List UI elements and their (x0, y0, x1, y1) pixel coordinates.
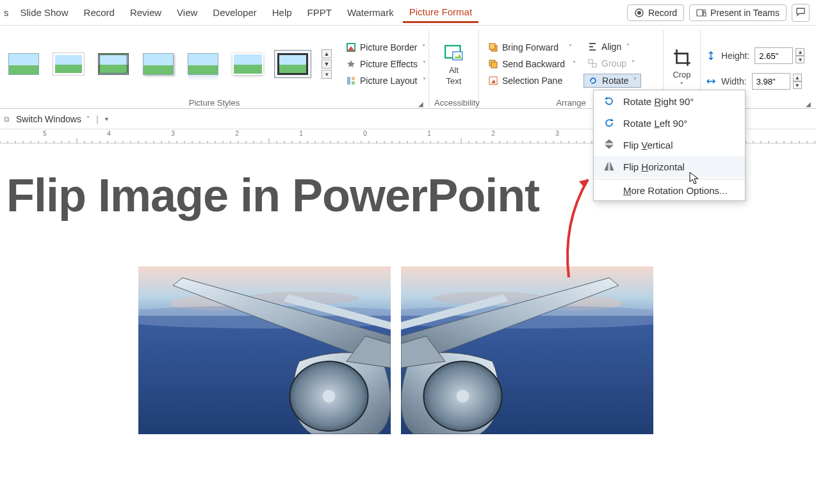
flip-horizontal[interactable]: Flip Horizontal (594, 156, 745, 177)
tab-developer[interactable]: Developer (206, 3, 263, 22)
height-icon (706, 51, 716, 61)
record-label: Record (648, 8, 677, 18)
svg-text:0: 0 (363, 130, 367, 137)
align-button[interactable]: Align˅ (583, 40, 641, 53)
tab-picture-format[interactable]: Picture Format (403, 3, 478, 23)
height-label: Height: (721, 51, 749, 61)
tab-slide-show[interactable]: Slide Show (14, 3, 75, 22)
picture-styles-gallery: ▲ ▼ ▾ (5, 49, 332, 79)
style-thumb-5[interactable] (184, 50, 222, 78)
rotate-icon (588, 76, 598, 86)
selection-pane-icon (488, 76, 498, 86)
present-label: Present in Teams (710, 8, 779, 18)
alt-text-button[interactable]: Alt Text (435, 42, 473, 86)
group-icon (587, 58, 598, 69)
bring-forward-button[interactable]: Bring Forward ˅ (484, 41, 580, 54)
svg-rect-15 (589, 60, 592, 63)
customize-qat[interactable]: ▾ (105, 115, 108, 122)
rotate-left-90[interactable]: Rotate Left 90° (594, 112, 745, 134)
height-input[interactable] (755, 47, 793, 64)
style-thumb-1[interactable] (5, 50, 42, 78)
gallery-scroll: ▲ ▼ ▾ (322, 49, 332, 79)
width-up[interactable]: ▲ (793, 74, 802, 81)
image-flipped[interactable] (401, 266, 653, 434)
selection-pane-button[interactable]: Selection Pane (484, 74, 580, 87)
crop-button[interactable]: Crop ˅ (669, 47, 695, 90)
present-in-teams-button[interactable]: Present in Teams (689, 4, 787, 21)
send-backward-icon (488, 59, 498, 69)
width-input[interactable] (752, 73, 790, 90)
gallery-more[interactable]: ▾ (322, 70, 332, 79)
svg-rect-9 (452, 51, 462, 60)
group-label-accessibility: Accessibility (434, 98, 473, 109)
picture-border-icon (346, 42, 356, 53)
rotate-button[interactable]: Rotate˅ (583, 74, 641, 88)
svg-text:3: 3 (171, 130, 175, 137)
svg-rect-13 (491, 62, 497, 68)
alt-text-line1: Alt (449, 65, 459, 75)
crop-icon (671, 47, 693, 69)
switch-windows-button[interactable]: Switch Windows˅ (16, 114, 90, 124)
rotate-dropdown: Rotate Right 90° Rotate Left 90° Flip Ve… (593, 90, 746, 201)
picture-effects-label: Picture Effects (360, 59, 418, 69)
tab-record[interactable]: Record (78, 3, 121, 22)
picture-layout-icon (346, 76, 356, 86)
tab-fppt[interactable]: FPPT (301, 3, 338, 22)
svg-point-141 (323, 390, 336, 403)
bring-forward-icon (488, 42, 498, 53)
record-icon (634, 8, 644, 18)
more-rotation-options[interactable]: More Rotation Options... (594, 181, 745, 200)
svg-text:4: 4 (107, 130, 111, 137)
align-icon (587, 42, 598, 52)
image-original[interactable] (138, 266, 391, 434)
svg-text:5: 5 (43, 130, 47, 137)
svg-text:2: 2 (491, 130, 495, 137)
picture-layout-button[interactable]: Picture Layout˅ (342, 74, 430, 87)
svg-text:3: 3 (555, 130, 559, 137)
record-button[interactable]: Record (627, 4, 684, 21)
svg-point-148 (457, 390, 469, 403)
rotate-right-90[interactable]: Rotate Right 90° (594, 90, 745, 112)
style-thumb-6[interactable] (229, 50, 266, 78)
tab-review[interactable]: Review (124, 3, 168, 22)
tab-truncated[interactable]: s (4, 3, 12, 22)
svg-rect-7 (352, 81, 355, 85)
svg-rect-6 (352, 77, 355, 80)
group-label-styles: Picture Styles ◢ (5, 98, 423, 109)
gallery-up[interactable]: ▲ (322, 49, 332, 58)
size-dialog-launcher[interactable]: ◢ (806, 101, 811, 108)
tab-help[interactable]: Help (266, 3, 298, 22)
svg-text:1: 1 (299, 130, 303, 137)
style-thumb-3[interactable] (95, 50, 132, 78)
style-thumb-4[interactable] (140, 50, 177, 78)
send-backward-button[interactable]: Send Backward ˅ (484, 58, 580, 70)
tab-view[interactable]: View (170, 3, 204, 22)
alt-text-line2: Text (446, 76, 462, 86)
svg-rect-5 (347, 77, 350, 85)
picture-border-button[interactable]: Picture Border˅ (342, 41, 430, 54)
svg-rect-16 (592, 63, 596, 67)
height-down[interactable]: ▼ (796, 56, 804, 63)
tab-watermark[interactable]: Watermark (341, 3, 400, 22)
rotate-left-icon (603, 117, 616, 129)
width-down[interactable]: ▼ (793, 81, 802, 89)
width-icon (706, 76, 716, 86)
comments-icon (796, 6, 806, 19)
svg-rect-11 (489, 44, 495, 49)
teams-icon (696, 8, 706, 18)
picture-effects-button[interactable]: Picture Effects˅ (342, 58, 430, 70)
comments-button[interactable] (792, 4, 810, 22)
flip-horizontal-icon (603, 160, 616, 173)
mouse-cursor (689, 172, 699, 186)
svg-point-3 (703, 10, 706, 12)
svg-point-1 (637, 11, 641, 15)
styles-dialog-launcher[interactable]: ◢ (418, 101, 423, 108)
ribbon-tabs: s Slide Show Record Review View Develope… (0, 0, 816, 26)
flip-vertical[interactable]: Flip Vertical (594, 134, 745, 156)
svg-text:2: 2 (235, 130, 239, 137)
style-thumb-7[interactable] (274, 50, 311, 78)
height-up[interactable]: ▲ (796, 48, 804, 56)
rotate-right-icon (603, 95, 616, 108)
gallery-down[interactable]: ▼ (322, 60, 332, 69)
style-thumb-2[interactable] (50, 50, 87, 78)
